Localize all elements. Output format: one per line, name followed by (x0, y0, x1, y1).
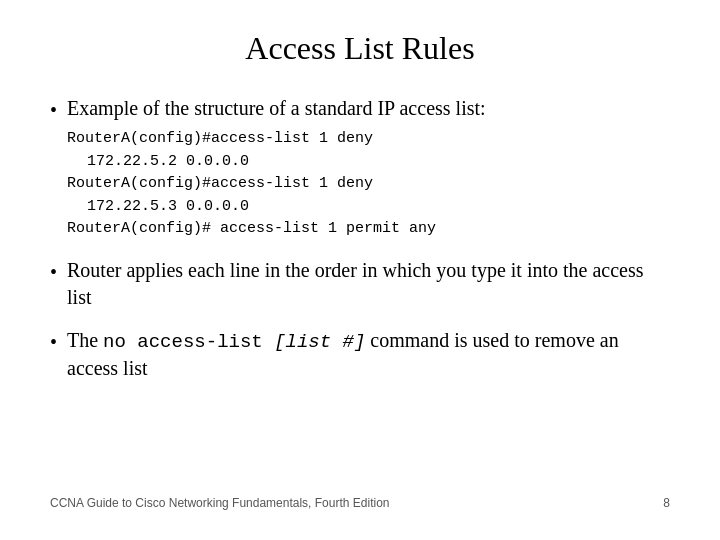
code-line-2: 172.22.5.2 0.0.0.0 (67, 151, 486, 174)
code-line-1: RouterA(config)#access-list 1 deny (67, 128, 486, 151)
bullet-inline-italic: [list #] (274, 331, 365, 353)
code-line-5: RouterA(config)# access-list 1 permit an… (67, 218, 486, 241)
bullet-item-3: • The no access-list [list #] command is… (50, 327, 670, 383)
bullet-text-2: Router applies each line in the order in… (67, 257, 670, 311)
bullet-content-1: Example of the structure of a standard I… (67, 95, 486, 241)
bullet-dot-3: • (50, 329, 57, 355)
bullet-item-1: • Example of the structure of a standard… (50, 95, 670, 241)
code-line-4: 172.22.5.3 0.0.0.0 (67, 196, 486, 219)
footer-left-text: CCNA Guide to Cisco Networking Fundament… (50, 496, 390, 510)
bullet-item-2: • Router applies each line in the order … (50, 257, 670, 311)
code-line-3: RouterA(config)#access-list 1 deny (67, 173, 486, 196)
bullet-dot-2: • (50, 259, 57, 285)
content-area: • Example of the structure of a standard… (50, 95, 670, 486)
bullet-text-3-before: The (67, 329, 103, 351)
bullet-text-1: Example of the structure of a standard I… (67, 97, 486, 119)
bullet-inline-code: no access-list (103, 331, 274, 353)
footer: CCNA Guide to Cisco Networking Fundament… (50, 486, 670, 510)
slide-container: Access List Rules • Example of the struc… (0, 0, 720, 540)
code-block-1: RouterA(config)#access-list 1 deny 172.2… (67, 128, 486, 241)
bullet-content-3: The no access-list [list #] command is u… (67, 327, 670, 383)
footer-page-number: 8 (663, 496, 670, 510)
slide-title: Access List Rules (50, 30, 670, 67)
bullet-dot-1: • (50, 97, 57, 123)
